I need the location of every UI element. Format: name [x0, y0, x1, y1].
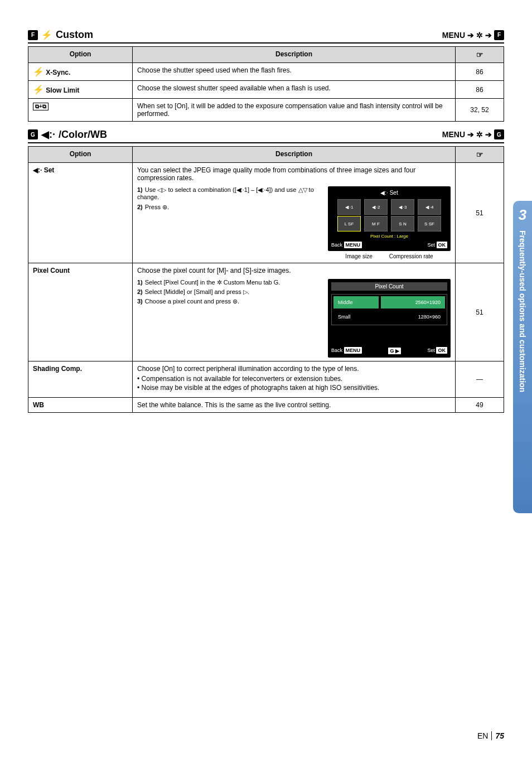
step-text: Select [Middle] or [Small] and press ▷. [145, 288, 249, 295]
section-f-title: Custom [56, 29, 93, 41]
wrench-icon: ✲ [476, 31, 483, 40]
screen-cell: ◀:·3 [391, 199, 414, 215]
section-f-table: Option Description ☞ ⚡ X-Sync. Choose th… [28, 46, 504, 122]
set-label: Set [427, 348, 435, 353]
step-num: 3) [137, 298, 143, 305]
back-label: Back [331, 242, 342, 248]
col-option: Option [28, 147, 133, 163]
screen-cell: M F [364, 216, 388, 232]
screen-cell: L SF [337, 216, 361, 232]
flash-icon: ⚡ [41, 30, 52, 40]
opt-wb: WB [28, 398, 133, 413]
screen-title: ◀:· Set [331, 190, 447, 196]
desc-slowlimit: Choose the slowest shutter speed availab… [133, 81, 456, 99]
tab-f-icon: F [494, 30, 504, 40]
page-footer: EN75 [477, 731, 504, 740]
screen-cell: S SF [418, 216, 441, 232]
col-reference: ☞ [456, 147, 504, 163]
bullet-item: • Noise may be visible at the edges of p… [137, 384, 451, 392]
ref-slowlimit: 86 [456, 81, 504, 99]
arrow-icon: ➔ [467, 130, 474, 139]
step-text: Select [Pixel Count] in the ✲ Custom Men… [145, 279, 280, 286]
pc-middle-value: 2560×1920 [380, 296, 446, 309]
screen-cell: ◀:·4 [418, 199, 441, 215]
step-text: Press ⊛. [145, 204, 169, 210]
caption-image-size: Image size [345, 253, 372, 259]
ref-wb: 49 [456, 398, 504, 413]
screen-title: Pixel Count [331, 282, 447, 291]
arrow-icon: ➔ [467, 31, 474, 40]
opt-shading: Shading Comp. [28, 361, 133, 398]
step-text: Choose a pixel count and press ⊛. [145, 298, 239, 305]
ref-shading: — [456, 361, 504, 398]
pixel-count-line: Pixel Count : Large [331, 234, 447, 239]
section-g-header: G ◀:·/Color/WB MENU ➔ ✲ ➔ G [28, 128, 504, 143]
ref-set: 51 [456, 163, 504, 263]
col-description: Description [133, 147, 456, 163]
screen-cell: ◀:·1 [337, 199, 361, 215]
step-num: 2) [137, 204, 143, 210]
footer-page: 75 [491, 731, 504, 740]
tab-f-icon: F [28, 30, 38, 40]
table-row: Shading Comp. Choose [On] to correct per… [28, 361, 504, 398]
step-text: Use ◁▷ to select a combination ([◀:·1] –… [137, 186, 314, 200]
screen-cell: ◀:·2 [364, 199, 388, 215]
table-row: ◀:· Set You can select the JPEG image qu… [28, 163, 504, 263]
section-f-header: F ⚡ Custom MENU ➔ ✲ ➔ F [28, 29, 504, 44]
ref-xsync: 86 [456, 63, 504, 81]
footer-lang: EN [477, 731, 488, 740]
back-label: Back [331, 348, 342, 353]
table-row: Pixel Count Choose the pixel count for [… [28, 263, 504, 361]
side-tab: 3 Frequently-used options and customizat… [513, 201, 532, 513]
tab-g-icon: G [494, 129, 504, 139]
col-option: Option [28, 47, 133, 63]
desc-set: You can select the JPEG image quality mo… [137, 166, 451, 182]
section-g-table: Option Description ☞ ◀:· Set You can sel… [28, 146, 504, 413]
screen-set: ◀:· Set ◀:·1 ◀:·2 ◀:·3 ◀:·4 L SF M F S N… [328, 186, 451, 251]
set-label: Set [427, 242, 435, 248]
pc-small-label: Small [333, 310, 379, 324]
bullet-item: • Compensation is not available for tele… [137, 375, 451, 383]
screen-pixelcount: Pixel Count Middle2560×1920 Small1280×96… [328, 279, 451, 358]
opt-set: ◀:· Set [28, 163, 133, 263]
opt-expocomp-icon: ⧉+⧉ [33, 103, 49, 110]
step-num: 1) [137, 279, 143, 286]
desc-expocomp: When set to [On], it will be added to th… [133, 99, 456, 122]
menu-label: MENU [442, 130, 465, 139]
opt-pixelcount: Pixel Count [28, 263, 133, 361]
pc-small-value: 1280×960 [380, 310, 446, 324]
table-row: ⚡ Slow Limit Choose the slowest shutter … [28, 81, 504, 99]
ok-button-icon: OK [436, 347, 447, 354]
desc-pixelcount: Choose the pixel count for [M]- and [S]-… [137, 267, 451, 274]
section-g-title: /Color/WB [59, 129, 107, 141]
chapter-number: 3 [519, 206, 526, 224]
table-row: ⧉+⧉ When set to [On], it will be added t… [28, 99, 504, 122]
table-row: WB Set the white balance. This is the sa… [28, 398, 504, 413]
step-num: 2) [137, 288, 143, 295]
set-icon: ◀:· [41, 128, 55, 141]
desc-wb: Set the white balance. This is the same … [133, 398, 456, 413]
arrow-icon: ➔ [485, 31, 492, 40]
caption-compression: Compression rate [389, 253, 433, 259]
desc-shading: Choose [On] to correct peripheral illumi… [137, 365, 451, 373]
col-reference: ☞ [456, 47, 504, 63]
ref-expocomp: 32, 52 [456, 99, 504, 122]
arrow-icon: ➔ [485, 130, 492, 139]
chapter-title: Frequently-used options and customizatio… [518, 230, 527, 392]
back-button-icon: MENU [344, 242, 362, 248]
ok-button-icon: OK [437, 242, 448, 248]
desc-xsync: Choose the shutter speed used when the f… [133, 63, 456, 81]
flash-icon: ⚡ [33, 85, 44, 94]
table-row: ⚡ X-Sync. Choose the shutter speed used … [28, 63, 504, 81]
opt-slowlimit: Slow Limit [46, 86, 79, 94]
screen-cell: S N [391, 216, 414, 232]
menu-label: MENU [442, 31, 465, 40]
mid-nav-icon: G ▶ [388, 348, 401, 354]
pc-middle-label: Middle [333, 296, 379, 309]
wrench-icon: ✲ [476, 130, 483, 139]
step-num: 1) [137, 186, 143, 193]
col-description: Description [133, 47, 456, 63]
ref-pixelcount: 51 [456, 263, 504, 361]
opt-xsync: X-Sync. [46, 69, 70, 76]
back-button-icon: MENU [344, 347, 362, 354]
